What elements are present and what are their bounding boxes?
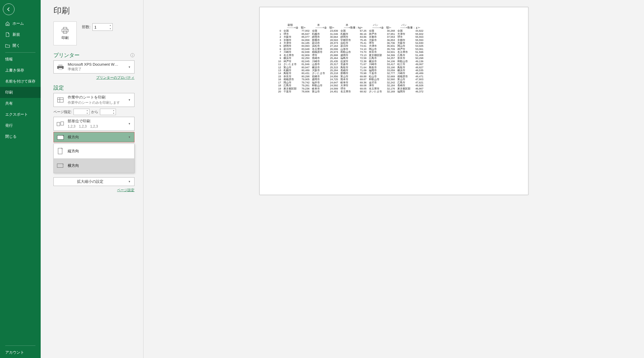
page-setup-link[interactable]: ページ設定	[53, 188, 134, 193]
back-arrow-icon	[6, 7, 11, 12]
chevron-down-icon: ▼	[127, 122, 132, 125]
orientation-portrait-option[interactable]: 縦方向	[54, 144, 134, 158]
nav-close[interactable]: 閉じる	[0, 131, 41, 142]
orientation-dropdown[interactable]: 横方向 ▼	[53, 132, 134, 142]
nav-open-label: 開く	[12, 43, 20, 48]
svg-rect-0	[63, 27, 67, 29]
portrait-icon	[57, 147, 64, 155]
printer-properties-link[interactable]: プリンターのプロパティ	[53, 75, 134, 80]
chevron-down-icon: ▼	[127, 136, 132, 139]
nav-share[interactable]: 共有	[0, 98, 41, 109]
nav-new[interactable]: 新規	[0, 29, 41, 40]
nav-export[interactable]: エクスポート	[0, 109, 41, 120]
landscape-icon	[57, 162, 64, 170]
home-icon	[5, 21, 10, 26]
svg-rect-10	[57, 122, 60, 126]
svg-point-3	[67, 30, 68, 30]
nav-print[interactable]: 印刷	[0, 87, 41, 98]
nav-save[interactable]: 上書き保存	[0, 65, 41, 76]
nav-home[interactable]: ホーム	[0, 18, 41, 29]
svg-rect-13	[58, 148, 62, 154]
copies-label: 部数:	[82, 24, 91, 30]
svg-rect-6	[59, 68, 62, 70]
copies-down[interactable]: ▼	[108, 27, 112, 31]
print-button[interactable]: 印刷	[53, 22, 77, 45]
orientation-landscape-option[interactable]: 横方向	[54, 158, 134, 173]
svg-rect-12	[57, 135, 64, 139]
back-button[interactable]	[3, 3, 15, 15]
printer-device-icon	[56, 64, 65, 71]
page-title: 印刷	[53, 5, 134, 16]
page-range-label: ページ指定:	[53, 110, 72, 114]
svg-rect-14	[57, 164, 63, 168]
landscape-icon	[56, 134, 65, 141]
svg-rect-11	[61, 122, 64, 125]
settings-section-title: 設定	[53, 84, 134, 91]
print-preview-page: 穀類米米パンパン---------<金 額>----------<金 額>---…	[259, 7, 528, 195]
open-icon	[5, 43, 10, 48]
svg-rect-1	[62, 29, 68, 32]
info-icon[interactable]: i	[130, 53, 134, 57]
nav-new-label: 新規	[12, 32, 20, 37]
svg-rect-5	[58, 65, 62, 66]
nav-open[interactable]: 開く	[0, 40, 41, 51]
chevron-down-icon: ▼	[127, 99, 132, 101]
printer-section-title: プリンター	[53, 52, 80, 59]
nav-home-label: ホーム	[12, 21, 24, 26]
new-icon	[5, 32, 10, 37]
sheet-icon	[56, 96, 65, 103]
printer-dropdown[interactable]: Microsoft XPS Document W… 準備完了 ▼	[53, 60, 134, 74]
nav-info[interactable]: 情報	[0, 54, 41, 65]
printer-icon	[61, 27, 69, 34]
orientation-popup: 縦方向 横方向	[53, 144, 134, 173]
nav-publish[interactable]: 発行	[0, 120, 41, 131]
scale-dropdown[interactable]: 拡大縮小の設定 ▼	[53, 177, 134, 186]
nav-saveas[interactable]: 名前を付けて保存	[0, 76, 41, 87]
nav-account[interactable]: アカウント	[0, 347, 41, 358]
copies-up[interactable]: ▲	[108, 24, 112, 27]
chevron-down-icon: ▼	[127, 180, 132, 183]
chevron-down-icon: ▼	[127, 66, 132, 69]
print-what-dropdown[interactable]: 作業中のシートを印刷 作業中のシートのみを印刷します ▼	[53, 93, 134, 107]
collate-icon	[56, 120, 65, 127]
svg-rect-7	[58, 98, 63, 102]
collate-dropdown[interactable]: 部単位で印刷 1,2,3 1,2,3 1,2,3 ▼	[53, 117, 134, 131]
